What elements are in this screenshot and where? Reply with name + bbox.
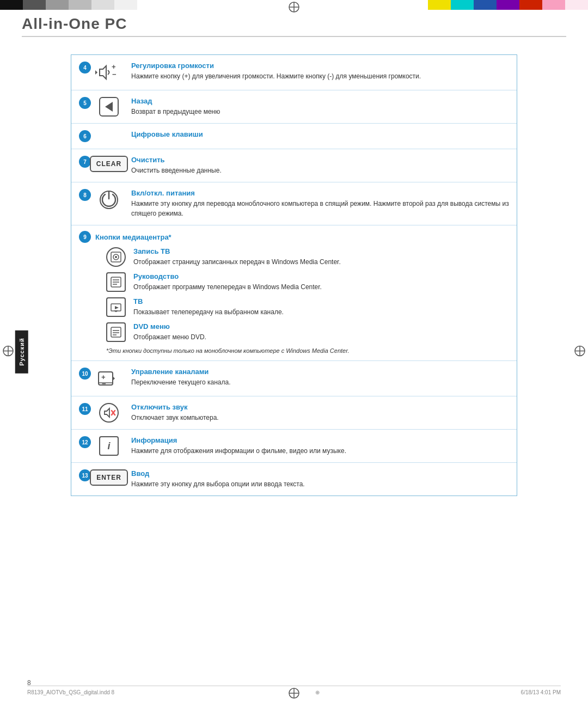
section9-item-title-guide: Руководство xyxy=(133,272,509,280)
footer: R8139_AIOTVb_QSG_digital.indd 8 ⊕ 6/18/1… xyxy=(27,686,561,695)
section9-title: Кнопки медиацентра* xyxy=(95,233,171,241)
svg-text:−: − xyxy=(102,380,106,388)
item-desc-13: Нажмите эту кнопку для выбора опции или … xyxy=(131,479,509,489)
color-bar-black xyxy=(0,0,23,10)
footer-center: ⊕ xyxy=(315,689,320,695)
item-title-12: Информация xyxy=(131,436,509,444)
clear-icon: CLEAR xyxy=(95,156,122,172)
item-text-6: Цифровые клавиши xyxy=(131,130,509,140)
item-text-11: Отключить звук Отключает звук компьютера… xyxy=(131,403,509,423)
color-bar-lightgray xyxy=(69,0,91,10)
item-text-13: Ввод Нажмите эту кнопку для выбора опции… xyxy=(131,469,509,489)
tv-icon xyxy=(106,297,126,317)
item-text-10: Управление каналами Переключение текущег… xyxy=(131,368,509,387)
power-icon-wrapper xyxy=(95,189,122,211)
color-bar-red xyxy=(519,0,542,10)
item-row-4: 4 + − Регулировка громкости Нажмите к xyxy=(71,55,517,90)
item-num-4: 4 xyxy=(79,62,91,74)
section9-item-desc-guide: Отображает программу телепередач в Windo… xyxy=(133,282,509,292)
section9-item-desc-tv: Показывает телепередачу на выбранном кан… xyxy=(133,307,509,317)
section9-item-guide: Руководство Отображает программу телепер… xyxy=(106,272,509,292)
section9-header: 9 Кнопки медиацентра* xyxy=(79,231,509,243)
item-text-4: Регулировка громкости Нажмите кнопку (+)… xyxy=(131,62,509,81)
section9-item-desc-record: Отображает страницу записанных передач в… xyxy=(133,257,509,267)
item-desc-10: Переключение текущего канала. xyxy=(131,377,509,387)
item-title-8: Вкл/откл. питания xyxy=(131,189,509,197)
color-bar-cyan xyxy=(451,0,474,10)
svg-text:−: − xyxy=(112,70,117,78)
item-title-7: Очистить xyxy=(131,156,509,164)
item-title-6: Цифровые клавиши xyxy=(131,130,509,138)
item-title-5: Назад xyxy=(131,97,509,105)
color-bar-silver xyxy=(91,0,114,10)
item-num-7: 7 xyxy=(79,156,91,168)
item-desc-11: Отключает звук компьютера. xyxy=(131,413,509,423)
svg-marker-37 xyxy=(113,376,115,381)
item-desc-4: Нажмите кнопку (+) для увеличения громко… xyxy=(131,71,509,81)
clear-button: CLEAR xyxy=(90,156,128,172)
section9-item-title-tv: ТВ xyxy=(133,297,509,305)
item-row-10: 10 + − Управление каналами Переключен xyxy=(71,361,517,396)
section9-item-title-record: Запись ТВ xyxy=(133,247,509,255)
color-bar-yellow xyxy=(428,0,451,10)
svg-marker-15 xyxy=(95,70,97,75)
section9-items: Запись ТВ Отображает страницу записанных… xyxy=(106,247,509,354)
mute-icon-wrapper xyxy=(95,403,122,423)
item-title-4: Регулировка громкости xyxy=(131,62,509,70)
item-row-5: 5 Назад Возврат в предыдущее меню xyxy=(71,90,517,124)
item-text-5: Назад Возврат в предыдущее меню xyxy=(131,97,509,117)
svg-marker-28 xyxy=(115,306,119,309)
color-bar-lightpink xyxy=(565,0,588,10)
item-row-11: 11 Отключить звук Отключает звук компьют… xyxy=(71,396,517,430)
dvd-icon xyxy=(106,322,126,342)
item-num-9: 9 xyxy=(79,231,91,243)
color-bar-darkgray xyxy=(23,0,46,10)
section9-item-record: Запись ТВ Отображает страницу записанных… xyxy=(106,247,509,267)
item-row-6: 6 Цифровые клавиши xyxy=(71,124,517,149)
record-icon xyxy=(106,247,126,267)
item-text-7: Очистить Очистить введенные данные. xyxy=(131,156,509,175)
item-num-8: 8 xyxy=(79,189,91,201)
color-bar-blue2 xyxy=(474,0,497,10)
page-title-area: All-in-One PC xyxy=(22,15,566,37)
crosshair-left xyxy=(2,345,14,358)
sidebar-language-label: Русский xyxy=(15,330,28,373)
svg-rect-29 xyxy=(111,327,121,337)
color-bar-gray xyxy=(46,0,69,10)
footer-right: 6/18/13 4:01 PM xyxy=(521,689,561,695)
svg-marker-38 xyxy=(105,408,109,417)
back-icon xyxy=(95,97,122,117)
item-num-5: 5 xyxy=(79,97,91,109)
item-row-13: 13 ENTER Ввод Нажмите эту кнопку для выб… xyxy=(71,463,517,496)
item-num-12: 12 xyxy=(79,436,91,448)
content-box: 4 + − Регулировка громкости Нажмите к xyxy=(71,54,517,496)
section9-item-tv: ТВ Показывает телепередачу на выбранном … xyxy=(106,297,509,317)
color-bar-pink xyxy=(542,0,565,10)
item-title-13: Ввод xyxy=(131,469,509,478)
main-content: 4 + − Регулировка громкости Нажмите к xyxy=(54,54,566,670)
section9-item-desc-dvd: Отображает меню DVD. xyxy=(133,332,509,342)
item-desc-8: Нажмите эту кнопку для перевода моноблоч… xyxy=(131,199,509,218)
section9-note: *Эти кнопки доступны только на моноблочн… xyxy=(106,347,509,354)
item-title-10: Управление каналами xyxy=(131,368,509,376)
item-num-10: 10 xyxy=(79,368,91,380)
item-num-11: 11 xyxy=(79,403,91,415)
enter-icon: ENTER xyxy=(95,469,122,486)
svg-marker-12 xyxy=(100,66,106,79)
section9-row: 9 Кнопки медиацентра* Запись ТВ xyxy=(71,225,517,361)
item-num-13: 13 xyxy=(79,469,91,481)
footer-left: R8139_AIOTVb_QSG_digital.indd 8 xyxy=(27,689,114,695)
svg-text:+: + xyxy=(112,63,116,71)
item-row-8: 8 Вкл/откл. питания Нажмите эту кнопку д… xyxy=(71,182,517,225)
item-desc-12: Нажмите для отображения информации о фил… xyxy=(131,446,509,456)
item-desc-7: Очистить введенные данные. xyxy=(131,166,509,175)
enter-button: ENTER xyxy=(90,469,128,486)
item-row-7: 7 CLEAR Очистить Очистить введенные данн… xyxy=(71,149,517,182)
color-bar-purple xyxy=(497,0,519,10)
item-desc-5: Возврат в предыдущее меню xyxy=(131,107,509,117)
info-icon-wrapper: i xyxy=(95,436,122,456)
channel-icon: + − xyxy=(95,368,122,389)
item-text-8: Вкл/откл. питания Нажмите эту кнопку для… xyxy=(131,189,509,218)
item-num-6: 6 xyxy=(79,130,91,142)
crosshair-top xyxy=(288,1,300,15)
